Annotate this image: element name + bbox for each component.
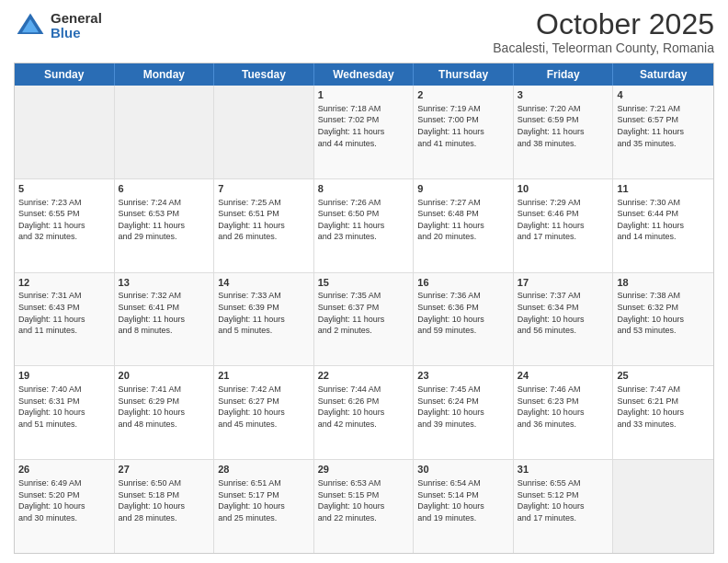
day-info: Sunrise: 7:30 AM Sunset: 6:44 PM Dayligh…	[617, 197, 710, 243]
calendar-body: 1Sunrise: 7:18 AM Sunset: 7:02 PM Daylig…	[15, 86, 713, 553]
day-info: Sunrise: 7:38 AM Sunset: 6:32 PM Dayligh…	[617, 290, 710, 336]
day-cell-16: 16Sunrise: 7:36 AM Sunset: 6:36 PM Dayli…	[414, 273, 514, 366]
day-info: Sunrise: 6:50 AM Sunset: 5:18 PM Dayligh…	[119, 477, 210, 523]
day-info: Sunrise: 7:23 AM Sunset: 6:55 PM Dayligh…	[18, 197, 110, 243]
day-info: Sunrise: 6:54 AM Sunset: 5:14 PM Dayligh…	[417, 477, 509, 523]
day-number: 23	[417, 369, 509, 383]
day-cell-26: 26Sunrise: 6:49 AM Sunset: 5:20 PM Dayli…	[15, 460, 115, 553]
day-number: 5	[18, 182, 110, 196]
calendar-row-4: 19Sunrise: 7:40 AM Sunset: 6:31 PM Dayli…	[15, 366, 713, 460]
day-info: Sunrise: 6:51 AM Sunset: 5:17 PM Dayligh…	[218, 477, 310, 523]
day-info: Sunrise: 7:36 AM Sunset: 6:36 PM Dayligh…	[417, 290, 509, 336]
day-info: Sunrise: 7:25 AM Sunset: 6:51 PM Dayligh…	[218, 197, 310, 243]
day-number: 9	[417, 182, 509, 196]
header-cell-tuesday: Tuesday	[214, 63, 314, 86]
day-cell-15: 15Sunrise: 7:35 AM Sunset: 6:37 PM Dayli…	[314, 273, 415, 366]
day-number: 13	[119, 276, 210, 290]
day-number: 12	[18, 276, 110, 290]
day-cell-23: 23Sunrise: 7:45 AM Sunset: 6:24 PM Dayli…	[414, 366, 514, 459]
header-cell-monday: Monday	[115, 63, 215, 86]
title-block: October 2025 Bacalesti, Teleorman County…	[493, 9, 714, 55]
day-info: Sunrise: 7:27 AM Sunset: 6:48 PM Dayligh…	[417, 197, 509, 243]
day-cell-27: 27Sunrise: 6:50 AM Sunset: 5:18 PM Dayli…	[115, 460, 215, 553]
day-number: 10	[518, 182, 609, 196]
day-number: 26	[18, 463, 110, 477]
day-cell-29: 29Sunrise: 6:53 AM Sunset: 5:15 PM Dayli…	[314, 460, 415, 553]
day-cell-20: 20Sunrise: 7:41 AM Sunset: 6:29 PM Dayli…	[115, 366, 215, 459]
day-cell-2: 2Sunrise: 7:19 AM Sunset: 7:00 PM Daylig…	[414, 86, 514, 178]
day-cell-31: 31Sunrise: 6:55 AM Sunset: 5:12 PM Dayli…	[514, 460, 614, 553]
logo-text: General Blue	[51, 11, 102, 41]
calendar: SundayMondayTuesdayWednesdayThursdayFrid…	[14, 63, 714, 554]
day-number: 17	[518, 276, 609, 290]
day-number: 22	[318, 369, 410, 383]
day-info: Sunrise: 7:26 AM Sunset: 6:50 PM Dayligh…	[318, 197, 410, 243]
empty-cell-0-0	[15, 86, 115, 178]
day-info: Sunrise: 7:44 AM Sunset: 6:26 PM Dayligh…	[318, 384, 410, 430]
day-cell-3: 3Sunrise: 7:20 AM Sunset: 6:59 PM Daylig…	[514, 86, 614, 178]
day-cell-22: 22Sunrise: 7:44 AM Sunset: 6:26 PM Dayli…	[314, 366, 415, 459]
day-number: 27	[119, 463, 210, 477]
day-cell-14: 14Sunrise: 7:33 AM Sunset: 6:39 PM Dayli…	[214, 273, 314, 366]
day-number: 7	[218, 182, 310, 196]
day-cell-19: 19Sunrise: 7:40 AM Sunset: 6:31 PM Dayli…	[15, 366, 115, 459]
header-cell-friday: Friday	[514, 63, 614, 86]
day-info: Sunrise: 7:32 AM Sunset: 6:41 PM Dayligh…	[119, 290, 210, 336]
day-cell-6: 6Sunrise: 7:24 AM Sunset: 6:53 PM Daylig…	[115, 179, 215, 272]
logo-icon	[14, 9, 47, 42]
header: General Blue October 2025 Bacalesti, Tel…	[14, 9, 714, 55]
day-info: Sunrise: 7:21 AM Sunset: 6:57 PM Dayligh…	[617, 103, 710, 149]
day-cell-7: 7Sunrise: 7:25 AM Sunset: 6:51 PM Daylig…	[214, 179, 314, 272]
day-cell-11: 11Sunrise: 7:30 AM Sunset: 6:44 PM Dayli…	[613, 179, 713, 272]
day-cell-10: 10Sunrise: 7:29 AM Sunset: 6:46 PM Dayli…	[514, 179, 614, 272]
day-info: Sunrise: 7:42 AM Sunset: 6:27 PM Dayligh…	[218, 384, 310, 430]
day-info: Sunrise: 7:37 AM Sunset: 6:34 PM Dayligh…	[518, 290, 609, 336]
day-number: 29	[318, 463, 410, 477]
day-cell-25: 25Sunrise: 7:47 AM Sunset: 6:21 PM Dayli…	[613, 366, 713, 459]
header-cell-wednesday: Wednesday	[314, 63, 415, 86]
day-number: 1	[318, 88, 410, 102]
day-info: Sunrise: 7:33 AM Sunset: 6:39 PM Dayligh…	[218, 290, 310, 336]
day-cell-12: 12Sunrise: 7:31 AM Sunset: 6:43 PM Dayli…	[15, 273, 115, 366]
day-info: Sunrise: 7:40 AM Sunset: 6:31 PM Dayligh…	[18, 384, 110, 430]
day-number: 24	[518, 369, 609, 383]
day-info: Sunrise: 6:53 AM Sunset: 5:15 PM Dayligh…	[318, 477, 410, 523]
day-number: 30	[417, 463, 509, 477]
header-cell-sunday: Sunday	[15, 63, 115, 86]
day-info: Sunrise: 7:47 AM Sunset: 6:21 PM Dayligh…	[617, 384, 710, 430]
day-cell-21: 21Sunrise: 7:42 AM Sunset: 6:27 PM Dayli…	[214, 366, 314, 459]
day-number: 3	[518, 88, 609, 102]
page: General Blue October 2025 Bacalesti, Tel…	[0, 0, 728, 563]
logo: General Blue	[14, 9, 102, 42]
day-info: Sunrise: 7:18 AM Sunset: 7:02 PM Dayligh…	[318, 103, 410, 149]
day-info: Sunrise: 7:29 AM Sunset: 6:46 PM Dayligh…	[518, 197, 609, 243]
day-number: 31	[518, 463, 609, 477]
day-info: Sunrise: 6:49 AM Sunset: 5:20 PM Dayligh…	[18, 477, 110, 523]
day-number: 25	[617, 369, 710, 383]
day-number: 4	[617, 88, 710, 102]
day-cell-4: 4Sunrise: 7:21 AM Sunset: 6:57 PM Daylig…	[613, 86, 713, 178]
day-number: 15	[318, 276, 410, 290]
day-number: 16	[417, 276, 509, 290]
day-number: 2	[417, 88, 509, 102]
calendar-row-1: 1Sunrise: 7:18 AM Sunset: 7:02 PM Daylig…	[15, 86, 713, 179]
empty-cell-4-6	[613, 460, 713, 553]
day-number: 28	[218, 463, 310, 477]
day-info: Sunrise: 7:31 AM Sunset: 6:43 PM Dayligh…	[18, 290, 110, 336]
calendar-header-row: SundayMondayTuesdayWednesdayThursdayFrid…	[15, 63, 713, 86]
day-info: Sunrise: 7:24 AM Sunset: 6:53 PM Dayligh…	[119, 197, 210, 243]
day-info: Sunrise: 7:45 AM Sunset: 6:24 PM Dayligh…	[417, 384, 509, 430]
day-cell-18: 18Sunrise: 7:38 AM Sunset: 6:32 PM Dayli…	[613, 273, 713, 366]
day-cell-28: 28Sunrise: 6:51 AM Sunset: 5:17 PM Dayli…	[214, 460, 314, 553]
day-cell-1: 1Sunrise: 7:18 AM Sunset: 7:02 PM Daylig…	[314, 86, 415, 178]
day-info: Sunrise: 7:41 AM Sunset: 6:29 PM Dayligh…	[119, 384, 210, 430]
day-number: 6	[119, 182, 210, 196]
day-cell-13: 13Sunrise: 7:32 AM Sunset: 6:41 PM Dayli…	[115, 273, 215, 366]
day-cell-30: 30Sunrise: 6:54 AM Sunset: 5:14 PM Dayli…	[414, 460, 514, 553]
header-cell-saturday: Saturday	[613, 63, 713, 86]
day-cell-9: 9Sunrise: 7:27 AM Sunset: 6:48 PM Daylig…	[414, 179, 514, 272]
calendar-row-5: 26Sunrise: 6:49 AM Sunset: 5:20 PM Dayli…	[15, 460, 713, 553]
day-number: 18	[617, 276, 710, 290]
day-info: Sunrise: 6:55 AM Sunset: 5:12 PM Dayligh…	[518, 477, 609, 523]
day-number: 19	[18, 369, 110, 383]
